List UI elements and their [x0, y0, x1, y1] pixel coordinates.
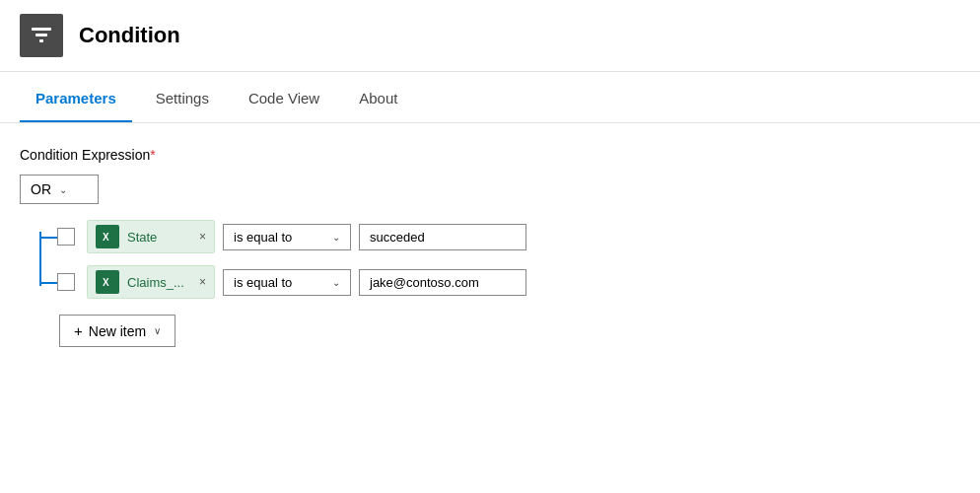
- chevron-down-icon: ⌄: [332, 277, 340, 288]
- condition-checkbox-1[interactable]: [57, 228, 75, 246]
- section-label: Condition Expression*: [20, 147, 960, 163]
- operator-label-2: is equal to: [234, 275, 328, 290]
- or-label: OR: [31, 181, 59, 197]
- svg-rect-0: [32, 28, 51, 31]
- value-field-2[interactable]: jake@contoso.com: [359, 269, 526, 296]
- header: Condition: [0, 0, 980, 72]
- table-row: X Claims_... × is equal to ⌄ jake@contos…: [39, 265, 960, 299]
- chevron-down-icon: ⌄: [59, 184, 88, 195]
- svg-text:X: X: [103, 232, 109, 243]
- excel-icon-1: X: [96, 225, 119, 248]
- condition-checkbox-2[interactable]: [57, 273, 75, 291]
- svg-rect-2: [39, 39, 43, 42]
- condition-icon: [20, 14, 63, 57]
- table-row: X State × is equal to ⌄ succeded: [39, 220, 960, 253]
- conditions-container: X State × is equal to ⌄ succeded X: [39, 220, 960, 347]
- operator-label-1: is equal to: [234, 230, 328, 245]
- chevron-down-icon: ∨: [154, 325, 161, 336]
- or-dropdown[interactable]: OR ⌄: [20, 175, 99, 204]
- tabs-bar: Parameters Settings Code View About: [0, 76, 980, 123]
- new-item-row: + New item ∨: [59, 315, 960, 347]
- tab-settings[interactable]: Settings: [140, 76, 225, 122]
- new-item-label: New item: [89, 323, 146, 339]
- tab-parameters[interactable]: Parameters: [20, 76, 132, 122]
- svg-text:X: X: [103, 277, 109, 288]
- new-item-button[interactable]: + New item ∨: [59, 315, 175, 347]
- required-marker: *: [150, 147, 155, 163]
- chip-close-1[interactable]: ×: [199, 230, 206, 244]
- tab-about[interactable]: About: [343, 76, 413, 122]
- operator-dropdown-1[interactable]: is equal to ⌄: [223, 224, 351, 250]
- chevron-down-icon: ⌄: [332, 232, 340, 243]
- chip-close-2[interactable]: ×: [199, 275, 206, 289]
- plus-icon: +: [74, 322, 83, 339]
- tab-code-view[interactable]: Code View: [233, 76, 335, 122]
- page-title: Condition: [79, 23, 180, 48]
- chip-label-2: Claims_...: [127, 275, 193, 290]
- operator-dropdown-2[interactable]: is equal to ⌄: [223, 269, 351, 296]
- main-content: Condition Expression* OR ⌄ X State × is …: [0, 123, 980, 371]
- excel-icon-2: X: [96, 270, 119, 294]
- value-field-1[interactable]: succeded: [359, 224, 526, 250]
- claims-chip: X Claims_... ×: [87, 265, 215, 299]
- svg-rect-1: [35, 34, 47, 36]
- state-chip: X State ×: [87, 220, 215, 253]
- chip-label-1: State: [127, 230, 193, 245]
